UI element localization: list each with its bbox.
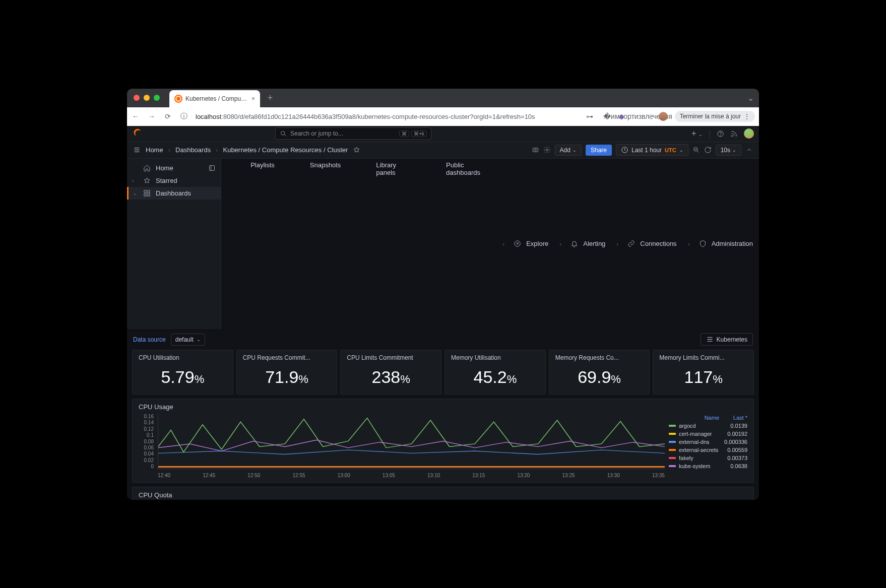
- panel-collapse-icon[interactable]: [208, 164, 216, 172]
- stat-value: 69.9%: [555, 367, 644, 387]
- stat-panel[interactable]: CPU Utilisation 5.79%: [132, 350, 233, 395]
- kebab-icon: ⋮: [744, 113, 750, 120]
- clock-icon: [621, 146, 628, 154]
- profile-avatar-icon[interactable]: [659, 112, 668, 121]
- grafana-logo-icon[interactable]: [132, 128, 143, 139]
- legend-row[interactable]: external-secrets0.00559: [669, 446, 747, 454]
- legend-col-name[interactable]: Name: [669, 415, 719, 421]
- global-search-input[interactable]: Search or jump to... ⌘⌘+k: [275, 127, 431, 140]
- svg-rect-9: [210, 165, 215, 170]
- add-dropdown-button[interactable]: Add⌄: [555, 145, 582, 156]
- sidebar-sub-library-panels[interactable]: Library panels: [347, 159, 417, 330]
- help-icon[interactable]: [717, 130, 724, 138]
- stat-panel[interactable]: Memory Utilisation 45.2%: [445, 350, 546, 395]
- svg-rect-12: [144, 193, 146, 195]
- sidebar-sub-snapshots[interactable]: Snapshots: [281, 159, 347, 330]
- kubernetes-link-button[interactable]: Kubernetes: [701, 333, 753, 346]
- password-key-icon[interactable]: ⊶: [585, 112, 594, 121]
- app-sidebar: Home Starred Dashboards: [127, 159, 221, 330]
- snapshot-icon[interactable]: [532, 146, 539, 154]
- share-button[interactable]: Share: [586, 145, 612, 156]
- sidebar-item-alerting[interactable]: Alerting: [554, 159, 611, 330]
- nav-back-icon[interactable]: ←: [131, 112, 140, 120]
- time-range-picker[interactable]: Last 1 hour UTC ⌄: [616, 144, 688, 156]
- site-info-icon[interactable]: ⓘ: [179, 112, 188, 121]
- svg-point-2: [720, 135, 721, 136]
- browser-update-chip[interactable]: Terminer la mise à jour ⋮: [675, 111, 755, 122]
- stat-panel[interactable]: Memory Limits Commi... 117%: [653, 350, 754, 395]
- favorite-star-icon[interactable]: [353, 146, 360, 154]
- home-icon: [143, 164, 151, 172]
- legend-row[interactable]: fakely0.00373: [669, 454, 747, 462]
- settings-gear-icon[interactable]: [543, 146, 551, 154]
- datasource-variable-label[interactable]: Data source: [133, 336, 166, 343]
- nav-forward-icon[interactable]: →: [147, 112, 156, 120]
- legend-name: argocd: [679, 423, 719, 429]
- add-panel-plus-icon[interactable]: + ⌄: [691, 129, 703, 138]
- svg-rect-11: [148, 190, 150, 192]
- legend-swatch: [669, 433, 676, 435]
- breadcrumb-dashboards[interactable]: Dashboards: [175, 146, 211, 154]
- breadcrumb-current: Kubernetes / Compute Resources / Cluster: [223, 146, 348, 154]
- stat-title: Memory Utilisation: [451, 354, 539, 361]
- refresh-icon[interactable]: [704, 146, 712, 154]
- tabs-overflow-button[interactable]: ⌄: [742, 93, 759, 103]
- stat-value: 71.9%: [243, 367, 331, 387]
- cpu-usage-graph[interactable]: 0.160.140.120.10.080.060.040.020: [139, 414, 665, 478]
- zoom-out-icon[interactable]: [692, 146, 700, 154]
- stat-value: 238%: [347, 367, 435, 387]
- svg-rect-13: [148, 193, 150, 195]
- sidebar-item-home[interactable]: Home: [127, 162, 221, 174]
- sidebar-item-label: Explore: [526, 240, 548, 247]
- sidebar-item-dashboards[interactable]: Dashboards: [127, 187, 221, 200]
- datasource-select[interactable]: default⌄: [171, 334, 205, 346]
- search-placeholder: Search or jump to...: [290, 130, 343, 137]
- browser-tab-active[interactable]: Kubernetes / Compute Resou ×: [169, 90, 260, 107]
- legend-row[interactable]: argocd0.0139: [669, 422, 747, 430]
- app-toolbar: Home › Dashboards › Kubernetes / Compute…: [127, 142, 759, 159]
- traffic-max[interactable]: [154, 95, 160, 101]
- list-icon: [706, 336, 714, 343]
- legend-name: kube-system: [679, 463, 719, 469]
- y-axis: 0.160.140.120.10.080.060.040.020: [139, 414, 156, 469]
- extensions-puzzle-icon[interactable]: �импортизвлечения: [634, 112, 643, 121]
- svg-rect-10: [144, 190, 146, 192]
- stat-title: CPU Utilisation: [139, 354, 227, 361]
- legend-col-last[interactable]: Last *: [719, 415, 747, 421]
- breadcrumb-home[interactable]: Home: [146, 146, 163, 154]
- legend-row[interactable]: external-dns0.000336: [669, 438, 747, 446]
- sidebar-item-starred[interactable]: Starred: [127, 174, 221, 187]
- sidebar-item-label: Dashboards: [156, 189, 191, 197]
- traffic-close[interactable]: [134, 95, 140, 101]
- x-axis: 12:4012:4512:5012:5513:0013:0513:1013:15…: [158, 473, 665, 478]
- menu-toggle-icon[interactable]: [133, 146, 141, 154]
- user-avatar[interactable]: [744, 128, 754, 139]
- legend-name: external-dns: [679, 439, 719, 445]
- panel-cpu-quota: CPU Quota NamespacePodsWorkloadsCPU Usag…: [132, 487, 754, 500]
- sidebar-item-explore[interactable]: Explore: [497, 159, 554, 330]
- new-tab-button[interactable]: +: [263, 93, 277, 103]
- legend-name: external-secrets: [679, 447, 719, 453]
- stat-value: 5.79%: [139, 367, 227, 387]
- nav-reload-icon[interactable]: ⟳: [163, 112, 172, 120]
- stat-panel[interactable]: CPU Requests Commit... 71.9%: [236, 350, 338, 395]
- sidebar-item-administration[interactable]: Administration: [683, 159, 759, 330]
- stat-panel[interactable]: CPU Limits Commitment 238%: [340, 350, 441, 395]
- collapse-chevron-icon[interactable]: [745, 146, 753, 154]
- refresh-interval-picker[interactable]: 10s⌄: [716, 145, 741, 156]
- close-tab-icon[interactable]: ×: [251, 95, 255, 102]
- sidebar-item-connections[interactable]: Connections: [611, 159, 682, 330]
- legend-row[interactable]: cert-manager0.00192: [669, 430, 747, 438]
- sidebar-item-label: Administration: [712, 240, 753, 247]
- rss-icon[interactable]: [730, 130, 738, 138]
- traffic-min[interactable]: [144, 95, 150, 101]
- sidebar-sub-playlists[interactable]: Playlists: [221, 159, 281, 330]
- url-display[interactable]: localhost:8080/d/efa86fd1d0c121a26444b63…: [196, 113, 578, 120]
- sidebar-sub-public-dashboards[interactable]: Public dashboards: [417, 159, 497, 330]
- svg-point-6: [546, 149, 548, 151]
- sidebar-item-label: Alerting: [583, 240, 605, 247]
- legend-row[interactable]: kube-system0.0638: [669, 462, 747, 470]
- star-icon: [143, 177, 151, 184]
- svg-point-0: [281, 131, 285, 135]
- stat-panel[interactable]: Memory Requests Co... 69.9%: [549, 350, 650, 395]
